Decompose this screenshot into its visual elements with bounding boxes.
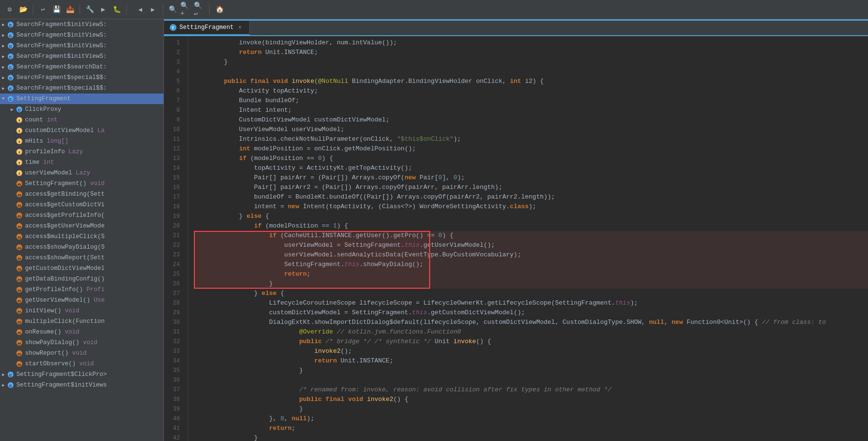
tree-item-6[interactable]: ▶ C SearchFragment$special$$: (0, 83, 163, 94)
tree-item-1[interactable]: ▶ C SearchFragment$initViewS: (0, 30, 163, 40)
tree-icon-0: C (7, 21, 14, 28)
tree-item-20[interactable]: m access$multipleClick(S (0, 231, 163, 242)
tree-item-4[interactable]: ▶ C SearchFragment$searchDat: (0, 62, 163, 72)
line-number-22: 22 (164, 241, 184, 250)
tree-item-16[interactable]: m access$getBinding(Sett (0, 189, 163, 200)
code-line-30: DialogExtKt.showImportDictDialog$default… (194, 318, 868, 327)
code-line-3: } (194, 57, 868, 67)
toolbar-icon-save[interactable]: 💾 (51, 4, 62, 15)
tree-label-17: access$getCustomDictVi (25, 201, 105, 208)
line-number-7: 7 (164, 96, 184, 106)
tree-label-7: SettingFragment (16, 95, 71, 102)
toolbar-icon-search[interactable]: 🔍+ (180, 4, 192, 15)
tree-icon-17: m (15, 201, 23, 209)
toolbar-icon-project[interactable]: 📂 (17, 4, 29, 15)
nav-forward-button[interactable]: ▶ (147, 4, 159, 15)
toolbar-icon-export[interactable]: 📤 (64, 4, 76, 15)
tree-item-24[interactable]: m getDataBindingConfig() (0, 274, 163, 284)
line-number-8: 8 (164, 106, 184, 115)
svg-text:C: C (9, 23, 12, 27)
code-line-33: invoke2(); (194, 347, 868, 356)
tree-item-9[interactable]: f count int (0, 115, 163, 125)
toolbar-icon-run[interactable]: ▶ (97, 4, 109, 15)
tree-item-30[interactable]: m showPayDialog() void (0, 337, 163, 348)
tree-arrow-5: ▶ (0, 74, 7, 81)
code-line-5: public final void invoke(@NotNull Bindin… (194, 77, 868, 86)
tree-item-23[interactable]: m getCustomDictViewModel (0, 263, 163, 274)
svg-text:m: m (17, 246, 21, 250)
tab-setting-fragment[interactable]: F SettingFragment × (164, 21, 250, 35)
code-line-38: public final void invoke2() { (194, 395, 868, 404)
tree-arrow-33: ▶ (0, 371, 7, 378)
line-number-24: 24 (164, 260, 184, 269)
tree-item-17[interactable]: m access$getCustomDictVi (0, 200, 163, 210)
tree-item-0[interactable]: ▶ C SearchFragment$initViewS: (0, 19, 163, 30)
tree-arrow-7: ▼ (0, 95, 7, 102)
toolbar-icon-undo[interactable]: ↩ (37, 4, 49, 15)
tree-label-6: SearchFragment$special$$: (16, 85, 107, 92)
tree-arrow-24 (9, 276, 15, 282)
toolbar-icon-analyze[interactable]: 🔍 (167, 4, 178, 15)
tree-icon-33: C (7, 371, 14, 378)
toolbar-icon-home[interactable]: 🏠 (214, 4, 225, 15)
tab-close-button[interactable]: × (237, 24, 244, 31)
svg-text:m: m (17, 203, 21, 208)
code-line-40: }, 8, null); (194, 414, 868, 424)
line-number-38: 38 (164, 395, 184, 404)
tree-item-7[interactable]: ▼ C SettingFragment (0, 94, 163, 104)
svg-text:C: C (9, 55, 12, 59)
tree-item-15[interactable]: m SettingFragment() void (0, 178, 163, 189)
tree-item-28[interactable]: m multipleClick(Function (0, 316, 163, 327)
tree-arrow-13 (9, 159, 15, 166)
code-editor[interactable]: 1234567891011121314151617181920212223242… (164, 36, 868, 441)
tree-item-10[interactable]: f customDictViewModel La (0, 125, 163, 136)
tree-item-33[interactable]: ▶ C SettingFragment$ClickPro> (0, 369, 163, 380)
tree-item-13[interactable]: f time int (0, 157, 163, 168)
tree-item-18[interactable]: m access$getProfileInfo( (0, 210, 163, 221)
toolbar-icon-debug[interactable]: 🐛 (111, 4, 122, 15)
tree-label-4: SearchFragment$searchDat: (16, 64, 107, 70)
tree-item-25[interactable]: m getProfileInfo() Profi (0, 284, 163, 295)
tree-item-3[interactable]: ▶ C SearchFragment$initViewS: (0, 51, 163, 62)
tree-arrow-27 (9, 307, 15, 314)
toolbar: ⚙ 📂 ↩ 💾 📤 🔧 ▶ 🐛 ◀ ▶ 🔍 🔍+ 🔍↩ 🏠 (0, 0, 868, 19)
tree-icon-15: m (15, 180, 23, 187)
nav-back-button[interactable]: ◀ (135, 4, 146, 15)
tree-item-34[interactable]: ▶ C SettingFragment$initViews (0, 380, 163, 390)
tree-arrow-8: ▶ (9, 106, 15, 113)
tree-item-27[interactable]: m initView() void (0, 306, 163, 316)
tree-label-29: onResume() void (25, 329, 80, 335)
toolbar-icon-replace[interactable]: 🔍↩ (194, 4, 205, 15)
tree-item-19[interactable]: m access$getUserViewMode (0, 221, 163, 231)
tab-file-icon: F (170, 24, 176, 31)
tree-arrow-0: ▶ (0, 21, 7, 28)
line-number-25: 25 (164, 269, 184, 279)
code-lines: invoke(bindingViewHolder, num.intValue()… (188, 36, 868, 441)
tree-label-13: time int (25, 159, 54, 166)
tree-item-21[interactable]: m access$showPayDialog(S (0, 242, 163, 253)
tree-item-12[interactable]: f profileInfo Lazy (0, 147, 163, 157)
tree-item-29[interactable]: m onResume() void (0, 327, 163, 337)
tree-item-2[interactable]: ▶ C SearchFragment$initViewS: (0, 40, 163, 51)
tree-icon-25: m (15, 286, 23, 294)
svg-text:C: C (9, 384, 12, 388)
tree-label-30: showPayDialog() void (25, 339, 97, 346)
tree-item-14[interactable]: f userViewModel Lazy (0, 168, 163, 178)
tree-item-8[interactable]: ▶ C ClickProxy (0, 104, 163, 115)
code-line-34: return Unit.INSTANCE; (194, 356, 868, 366)
tree-label-15: SettingFragment() void (25, 180, 105, 187)
toolbar-icon-build[interactable]: 🔧 (84, 4, 95, 15)
tree-item-31[interactable]: m showReport() void (0, 348, 163, 359)
code-line-6: Activity topActivity; (194, 86, 868, 96)
tree-icon-10: f (15, 127, 23, 134)
tree-item-22[interactable]: m access$showReport(Sett (0, 253, 163, 263)
tree-item-32[interactable]: m startObserve() void (0, 359, 163, 369)
toolbar-icon-settings[interactable]: ⚙ (4, 4, 15, 15)
tree-item-26[interactable]: m getUserViewModel() Use (0, 295, 163, 306)
line-number-16: 16 (164, 183, 184, 192)
tree-item-5[interactable]: ▶ C SearchFragment$special$$: (0, 72, 163, 83)
code-line-16: Pair[] pairArr2 = (Pair[]) Arrays.copyOf… (194, 183, 868, 192)
tree-arrow-6: ▶ (0, 85, 7, 92)
tree-item-11[interactable]: f mHits long[] (0, 136, 163, 147)
tree-label-14: userViewModel Lazy (25, 170, 90, 176)
